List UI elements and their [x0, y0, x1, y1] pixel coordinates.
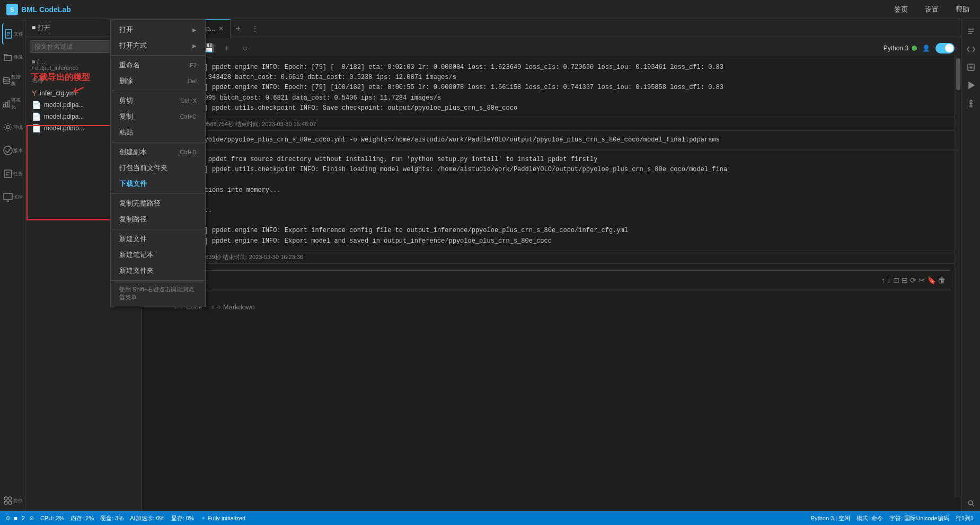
nb-circle-btn[interactable]: ○ [239, 42, 251, 55]
notebook-content: 15:46:00] ppdet.engine INFO: Epoch: [79]… [142, 58, 961, 511]
svg-point-19 [8, 501, 12, 504]
ctx-copy-path[interactable]: 复制路径 [111, 211, 205, 227]
ctx-sep-5 [111, 229, 205, 229]
sidebar-item-file[interactable]: 文件 [2, 23, 23, 45]
status-cpu[interactable]: CPU: 2% [40, 515, 64, 521]
cell-bookmark-btn[interactable]: 🔖 [927, 276, 936, 284]
svg-rect-10 [4, 170, 12, 177]
ctx-new-file[interactable]: 新建文件 [111, 231, 205, 247]
cell-restart-btn[interactable]: ⟳ [910, 276, 916, 284]
output-text-3: : import ppdet from source directory wit… [174, 155, 929, 246]
cell-cut-btn[interactable]: ✂ [919, 276, 925, 284]
ctx-new-folder[interactable]: 新建文件夹 [111, 263, 205, 279]
sidebar-item-version[interactable]: 版本 [2, 140, 23, 161]
tab-add-button[interactable]: + [231, 19, 246, 38]
sidebar-item-data[interactable]: 数据集 [2, 70, 23, 91]
editor-scrollbar-thumb[interactable] [956, 58, 960, 90]
status-display[interactable]: 显存: 0% [171, 514, 195, 522]
tab-tabs-menu[interactable]: 签页 [890, 3, 912, 16]
right-debug-btn[interactable] [963, 95, 979, 111]
right-code-btn[interactable] [963, 41, 979, 57]
sidebar-item-directory[interactable]: 目录 [2, 47, 23, 68]
ctx-open-with[interactable]: 打开方式 ▶ [111, 38, 205, 54]
svg-point-27 [970, 100, 972, 102]
status-python[interactable]: Python 3 | 空闲 [811, 514, 850, 522]
svg-rect-7 [8, 101, 10, 107]
svg-rect-5 [3, 104, 5, 107]
cell-delete-btn[interactable]: 🗑 [938, 276, 946, 284]
sidebar-item-monitor[interactable]: 监控 [2, 186, 23, 208]
ctx-delete[interactable]: 删除 Del [111, 73, 205, 89]
ctx-copy-full-path[interactable]: 复制完整路径 [111, 195, 205, 211]
status-position[interactable]: 行1列1 [956, 514, 974, 522]
right-zoom-btn[interactable] [963, 495, 979, 511]
ctx-rename[interactable]: 重命名 F2 [111, 57, 205, 73]
kernel-user-icon[interactable]: 👤 [922, 45, 930, 52]
kernel-toggle[interactable] [935, 43, 955, 54]
status-ai-acc[interactable]: AI加速卡: 0% [130, 514, 164, 522]
svg-point-4 [3, 77, 10, 80]
sidebar-vis-label: 可视化 [11, 97, 23, 111]
tab-settings-menu[interactable]: 设置 [921, 3, 943, 16]
svg-point-9 [4, 146, 12, 155]
tab-help-menu[interactable]: 帮助 [951, 3, 974, 16]
right-pkg-btn[interactable] [963, 59, 979, 75]
sidebar-item-vis[interactable]: 可视化 [2, 93, 23, 114]
status-2: 2 [22, 515, 25, 521]
status-encoding[interactable]: 字符: 国际Unicode编码 [889, 514, 949, 522]
cell-move-up-btn[interactable]: ↑ [881, 276, 885, 284]
ctx-new-notebook[interactable]: 新建笔记本 [111, 247, 205, 263]
ctx-sep-4 [111, 193, 205, 194]
editor-area: ✕ 📓 ppyoloe.ip... ✕ + ⋮ ↺ ▶ ⏸ [142, 19, 961, 511]
status-memory[interactable]: 内存: 2% [70, 514, 94, 522]
nb-toolbar-right: Python 3 👤 [884, 43, 955, 54]
cell-insert-below-btn[interactable]: ⊟ [902, 276, 908, 284]
status-numbers[interactable]: 0 ■ 2 ⊙ [6, 515, 34, 522]
context-menu: 打开 ▶ 打开方式 ▶ 重命名 F2 删除 Del [110, 19, 206, 307]
right-run-btn[interactable] [963, 77, 979, 93]
yaml-icon: Y [32, 89, 37, 97]
status-mode[interactable]: 模式: 命令 [857, 514, 883, 522]
tab-more-button[interactable]: ⋮ [246, 19, 264, 38]
status-0: 0 [6, 515, 10, 521]
right-sidebar [961, 19, 980, 511]
ctx-open[interactable]: 打开 ▶ [111, 22, 205, 38]
ctx-sep-1 [111, 55, 205, 56]
cell-move-down-btn[interactable]: ↓ [887, 276, 891, 284]
svg-point-17 [8, 497, 12, 500]
init-icon: ✦ [201, 515, 206, 522]
cell-output-text-1: 15:46:00] ppdet.engine INFO: Epoch: [79]… [142, 58, 961, 118]
sidebar-monitor-label: 监控 [13, 194, 23, 201]
cell-insert-above-btn[interactable]: ⊡ [893, 276, 899, 284]
status-square: ■ [14, 515, 17, 521]
ctx-pack-folder[interactable]: 打包当前文件夹 [111, 160, 205, 176]
tabs-container: ✕ 📓 ppyoloe.ip... ✕ + ⋮ [142, 19, 961, 38]
ctx-cut[interactable]: 剪切 Ctrl+X [111, 93, 205, 109]
sidebar-item-env[interactable]: 环境 [2, 117, 23, 138]
ctx-copy[interactable]: 复制 Ctrl+C [111, 109, 205, 124]
file-panel: ■ 打开 + ≡ ■ / ... / output_inference 名称 Y [25, 19, 142, 511]
ctx-paste[interactable]: 粘贴 [111, 124, 205, 140]
tab-close-button[interactable]: ✕ [218, 25, 224, 32]
status-disk[interactable]: 硬盘: 3% [100, 514, 123, 522]
add-markdown-btn[interactable]: + + Markdown [211, 303, 255, 311]
ctx-download-file[interactable]: 下载文件 [111, 176, 205, 192]
ctx-create-copy[interactable]: 创建副本 Ctrl+D [111, 144, 205, 160]
svg-point-28 [970, 105, 972, 107]
sidebar-data-label: 数据集 [11, 74, 23, 87]
status-gear: ⊙ [29, 515, 34, 522]
init-text: Fully initialized [208, 515, 246, 521]
file-panel-title: ■ 打开 [32, 23, 50, 32]
top-menu-bar: S BML CodeLab 签页 设置 帮助 [0, 0, 980, 19]
status-initialized[interactable]: ✦ Fully initialized [201, 515, 246, 522]
nb-add-btn[interactable]: + [220, 42, 233, 55]
sidebar-suite-label: 套件 [13, 497, 23, 504]
notebook-toolbar: ↺ ▶ ⏸ 💾 + ○ Python 3 👤 [142, 38, 961, 58]
empty-code-cell: [ ] 1 ↑ ↓ ⊡ ⊟ ⟳ ✂ [153, 270, 950, 290]
cell-input-area[interactable] [190, 274, 877, 287]
sidebar-item-suite[interactable]: 套件 [2, 490, 23, 511]
svg-marker-26 [969, 82, 974, 88]
sidebar-item-task[interactable]: 任务 [2, 163, 23, 184]
svg-rect-13 [4, 193, 12, 200]
right-attr-btn[interactable] [963, 23, 979, 39]
